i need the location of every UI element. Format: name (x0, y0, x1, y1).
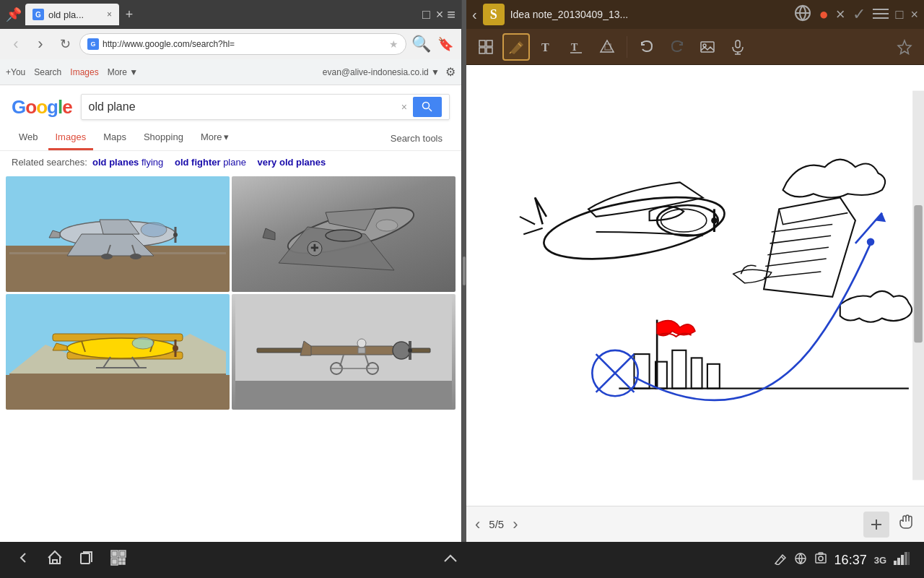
svg-rect-108 (113, 560, 116, 564)
network-icon (794, 552, 807, 569)
tool-image-button[interactable] (694, 33, 721, 61)
google-account-text[interactable]: evan@alive-indonesia.co.id ▼ (323, 67, 440, 77)
svg-rect-109 (119, 558, 121, 561)
search-tools-button[interactable]: Search tools (383, 127, 450, 150)
settings-icon[interactable]: ⚙ (445, 65, 456, 79)
svg-point-79 (711, 217, 717, 223)
svg-rect-106 (121, 552, 124, 556)
note-record-button[interactable]: ● (819, 5, 828, 24)
svg-rect-41 (308, 346, 394, 355)
tool-pen-button[interactable] (502, 33, 530, 61)
hide-keyboard-button[interactable] (440, 550, 461, 570)
tab-shopping[interactable]: Shopping (136, 126, 191, 150)
note-globe-button[interactable] (794, 4, 811, 25)
svg-point-22 (376, 220, 398, 231)
note-drawing-canvas[interactable] (466, 65, 924, 506)
tool-text-button[interactable]: T (533, 33, 560, 61)
tab-more[interactable]: More ▾ (193, 126, 236, 150)
tab-web[interactable]: Web (12, 126, 45, 150)
add-page-button[interactable] (863, 512, 889, 538)
browser-minimize-button[interactable]: □ (422, 7, 430, 22)
svg-point-13 (101, 254, 113, 259)
image-result-3[interactable] (6, 294, 230, 410)
url-star-icon[interactable]: ★ (389, 38, 398, 50)
note-window-close-button[interactable]: × (910, 7, 918, 22)
search-clear-button[interactable]: × (401, 101, 407, 113)
svg-rect-104 (113, 552, 116, 556)
recents-hardware-button[interactable] (78, 549, 95, 571)
back-hardware-button[interactable] (14, 549, 32, 571)
tool-shape-button[interactable] (593, 33, 621, 61)
svg-rect-47 (358, 348, 365, 353)
svg-rect-119 (894, 561, 897, 565)
svg-text:✚: ✚ (310, 242, 319, 254)
tab-maps[interactable]: Maps (96, 126, 134, 150)
svg-point-44 (408, 348, 412, 353)
svg-rect-112 (123, 562, 125, 564)
note-back-button[interactable]: ‹ (472, 7, 477, 23)
svg-marker-73 (898, 40, 911, 54)
note-minimize-button[interactable]: □ (896, 7, 904, 22)
qr-button[interactable] (110, 549, 127, 571)
new-tab-button[interactable]: + (119, 4, 139, 25)
tab-images[interactable]: Images (48, 126, 94, 150)
back-button[interactable]: ‹ (6, 34, 26, 54)
svg-rect-102 (81, 553, 90, 564)
related-link-3[interactable]: very old planes (258, 157, 326, 168)
search-button[interactable]: 🔍 (411, 34, 431, 54)
svg-point-42 (393, 342, 410, 359)
note-title: Idea note_20130409_13... (510, 9, 789, 20)
svg-rect-122 (905, 552, 907, 565)
svg-point-46 (357, 339, 366, 348)
divider-handle (463, 256, 466, 285)
svg-rect-58 (479, 40, 485, 46)
related-link-2[interactable]: old fighter plane (175, 157, 246, 168)
browser-menu-button[interactable]: ≡ (447, 7, 456, 23)
search-submit-button[interactable] (413, 97, 442, 117)
note-check-button[interactable]: ✓ (853, 5, 866, 24)
home-hardware-button[interactable] (46, 549, 64, 571)
note-action-buttons (863, 512, 915, 538)
prev-page-button[interactable]: ‹ (475, 515, 480, 534)
status-indicators: 16:37 3G (774, 552, 910, 569)
page-indicator: 5/5 (489, 518, 504, 530)
svg-rect-121 (901, 555, 904, 565)
note-close-button[interactable]: × (836, 5, 845, 24)
time-display: 16:37 (834, 553, 867, 568)
google-logo: Google (12, 96, 72, 118)
next-page-button[interactable]: › (513, 515, 518, 534)
google-nav-plus[interactable]: +You (6, 67, 25, 77)
google-nav-images[interactable]: Images (70, 67, 98, 77)
bookmark-button[interactable]: 🔖 (435, 34, 456, 54)
browser-tab[interactable]: G old pla... × (25, 4, 119, 25)
image-result-4[interactable] (232, 294, 456, 410)
image-result-1[interactable] (6, 176, 230, 292)
note-menu-button[interactable] (873, 7, 889, 23)
image-result-2[interactable]: ✚ (232, 176, 456, 292)
url-bar[interactable]: G http://www.google.com/search?hl= ★ (79, 33, 406, 55)
tool-select-button[interactable] (472, 33, 500, 61)
tab-close-button[interactable]: × (107, 9, 112, 20)
forward-button[interactable]: › (30, 34, 51, 54)
tool-underline-text-button[interactable]: T (563, 33, 590, 61)
svg-rect-123 (908, 552, 910, 565)
image-grid: ✚ (0, 173, 461, 413)
svg-rect-111 (119, 562, 121, 564)
google-nav-more[interactable]: More ▼ (108, 67, 139, 77)
svg-rect-116 (816, 554, 826, 563)
search-box[interactable]: old plane × (81, 94, 450, 120)
tool-undo-button[interactable] (633, 33, 661, 61)
browser-close-button[interactable]: × (436, 7, 444, 22)
related-link-1[interactable]: old planes flying (90, 157, 163, 168)
hardware-nav-buttons (14, 549, 127, 571)
tool-mic-button[interactable] (724, 33, 751, 61)
svg-marker-7 (49, 230, 60, 238)
pin-icon: 📌 (6, 7, 22, 22)
svg-rect-25 (9, 374, 226, 410)
page-navigation: ‹ 5/5 › (475, 515, 518, 534)
google-nav-search[interactable]: Search (34, 67, 61, 77)
tool-redo-button[interactable] (663, 33, 691, 61)
hand-tool-button[interactable] (898, 514, 915, 535)
reload-button[interactable]: ↻ (55, 34, 75, 54)
tool-star-button[interactable] (891, 33, 918, 61)
